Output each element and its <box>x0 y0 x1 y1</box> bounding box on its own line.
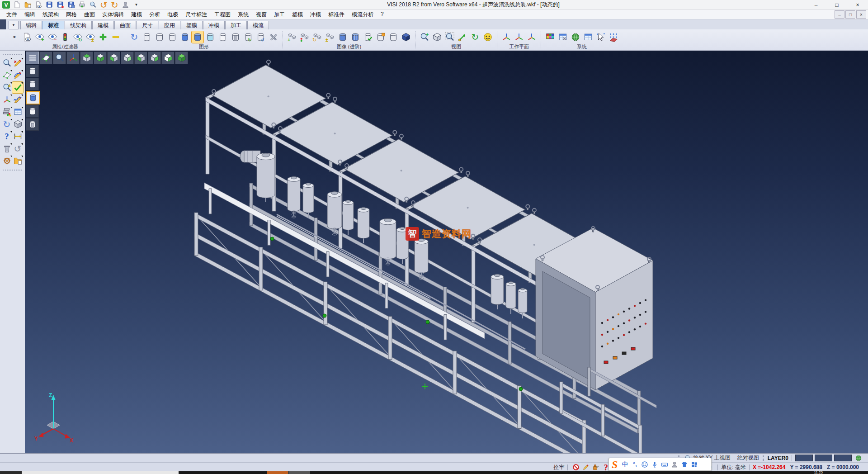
tools-config-icon[interactable] <box>268 31 279 43</box>
cube-top-icon[interactable] <box>80 52 93 64</box>
cyl-import-icon[interactable]: ↺ <box>255 31 267 43</box>
toolbar-grip[interactable] <box>3 54 22 55</box>
zoom-preview-icon[interactable] <box>88 0 98 9</box>
folder-export-icon[interactable] <box>12 155 23 166</box>
cyl-wire-c-icon[interactable] <box>166 31 178 43</box>
user-key-icon[interactable] <box>121 0 130 9</box>
refresh-rotate-icon[interactable]: ↻ <box>1 118 12 130</box>
menu-item-5[interactable]: 实体编辑 <box>99 10 127 19</box>
cyl-hatch-2-icon[interactable] <box>26 118 39 131</box>
list-menu-icon[interactable] <box>26 52 39 64</box>
monitor-config-icon[interactable] <box>557 31 569 43</box>
zoom-plusminus-icon[interactable]: ± <box>1 82 12 93</box>
attr-brush-icon[interactable]: • <box>9 31 20 43</box>
cube-back-icon[interactable] <box>121 52 134 64</box>
pencil-edit-icon[interactable] <box>581 464 590 471</box>
ribbon-tab-7[interactable]: 塑膜 <box>181 21 203 29</box>
toolbar-grip-bottom[interactable] <box>3 170 22 171</box>
tab-dropdown-button[interactable]: ▼ <box>9 21 19 29</box>
sketch-erase-icon[interactable] <box>12 57 23 69</box>
layer-color-swatch-2[interactable] <box>834 455 852 461</box>
redo-icon[interactable]: ↻ <box>110 0 119 9</box>
plus-green-icon[interactable] <box>97 31 109 43</box>
ribbon-tab-10[interactable]: 模流 <box>247 21 269 29</box>
taskbar-app-segment-3[interactable] <box>288 471 310 474</box>
minimize-button[interactable]: – <box>806 0 826 10</box>
ribbon-tab-8[interactable]: 冲模 <box>203 21 225 29</box>
ime-language-mode[interactable]: 中 <box>620 460 630 469</box>
doc-eye-icon[interactable] <box>21 31 33 43</box>
layer-color-swatch-1[interactable] <box>815 455 832 461</box>
cyl-cyan-icon[interactable] <box>204 31 216 43</box>
ribbon-tab-4[interactable]: 曲面 <box>114 21 136 29</box>
cube-iso-icon[interactable] <box>161 52 175 64</box>
status-grip-2[interactable] <box>763 455 764 461</box>
view-face-icon[interactable] <box>482 31 494 43</box>
window-config-icon[interactable] <box>582 31 594 43</box>
ribbon-tab-2[interactable]: 线架构 <box>65 21 92 29</box>
menu-item-14[interactable]: 塑模 <box>288 10 307 19</box>
ribbon-tab-6[interactable]: 应用 <box>159 21 180 29</box>
cube-gray-icon[interactable] <box>12 118 23 130</box>
validate-check-icon[interactable] <box>12 82 23 93</box>
cube-bottom-icon[interactable] <box>94 52 107 64</box>
save-network-icon[interactable] <box>66 0 76 9</box>
window-blue-icon[interactable] <box>12 106 23 118</box>
menu-item-4[interactable]: 曲面 <box>80 10 99 19</box>
cyl-wire-a-icon[interactable] <box>141 31 153 43</box>
ribbon-tab-1[interactable]: 标准 <box>42 21 64 29</box>
plane-stretch-icon[interactable] <box>1 70 12 81</box>
ribbon-tab-9[interactable]: 加工 <box>225 21 247 29</box>
menu-item-8[interactable]: 电极 <box>164 10 182 19</box>
cyl-strip-active-icon[interactable] <box>26 91 40 104</box>
cube-right-icon[interactable] <box>148 52 161 64</box>
eye-add-icon[interactable]: + <box>34 31 46 43</box>
cyl-wire-2-icon[interactable] <box>26 78 39 90</box>
workplane-align-icon[interactable] <box>526 31 538 43</box>
menu-item-6[interactable]: 建模 <box>127 10 146 19</box>
cyl-light-icon[interactable] <box>26 105 39 118</box>
eye-refresh-icon[interactable]: ↻ <box>72 31 84 43</box>
absolute-view-label[interactable]: 绝对视图 <box>737 454 759 462</box>
layer-label[interactable]: LAYER0 <box>768 455 788 461</box>
undo-icon[interactable]: ↺ <box>99 0 108 9</box>
taskbar-app-segment[interactable] <box>22 471 179 474</box>
cube-solid-icon[interactable] <box>175 52 188 64</box>
cyl-blue-icon[interactable] <box>179 31 191 43</box>
menu-item-3[interactable]: 网格 <box>62 10 80 19</box>
menu-item-17[interactable]: 模流分析 <box>348 10 377 19</box>
cyl-refresh-icon[interactable]: ↻ <box>242 31 254 43</box>
layers-paint-icon[interactable] <box>1 106 12 118</box>
emoji-face-icon[interactable] <box>640 460 650 468</box>
cyl-stripe-icon[interactable] <box>349 31 361 43</box>
workplane-axis-icon[interactable] <box>500 31 512 43</box>
ime-punctuation-toggle[interactable]: °, <box>630 461 640 468</box>
zoom-search-icon[interactable] <box>1 57 12 69</box>
file-new-icon[interactable] <box>12 0 22 9</box>
zoom-view-icon[interactable] <box>53 52 66 64</box>
folder-open-icon[interactable] <box>23 0 33 9</box>
save-as-icon[interactable] <box>56 0 65 9</box>
workplane-create-icon[interactable] <box>513 31 525 43</box>
grid-apps-icon[interactable] <box>689 460 699 468</box>
menu-item-15[interactable]: 冲模 <box>307 10 325 19</box>
snap-tools-icon[interactable] <box>591 464 600 471</box>
zoom-add-icon[interactable]: + <box>419 31 430 43</box>
color-palette-icon[interactable] <box>544 31 556 43</box>
cyl-hatch-icon[interactable] <box>230 31 241 43</box>
doc-import-icon[interactable] <box>34 0 43 9</box>
keyboard-icon[interactable] <box>660 460 670 468</box>
traffic-filter-icon[interactable] <box>59 31 71 43</box>
visi-logo-icon[interactable]: V <box>1 0 11 9</box>
trash-bin-icon[interactable] <box>1 143 12 154</box>
menu-item-0[interactable]: 文件 <box>3 10 21 19</box>
skin-shirt-icon[interactable] <box>679 460 689 468</box>
maximize-button[interactable]: □ <box>826 0 847 10</box>
helm-wheel-icon[interactable] <box>1 155 12 166</box>
cyl-front-icon[interactable] <box>337 31 349 43</box>
eye-plusminus-icon[interactable]: ± <box>85 31 96 43</box>
menu-item-10[interactable]: 工程图 <box>211 10 234 19</box>
menu-item-2[interactable]: 线架构 <box>39 10 62 19</box>
menu-item-13[interactable]: 加工 <box>270 10 288 19</box>
save-icon[interactable] <box>45 0 54 9</box>
